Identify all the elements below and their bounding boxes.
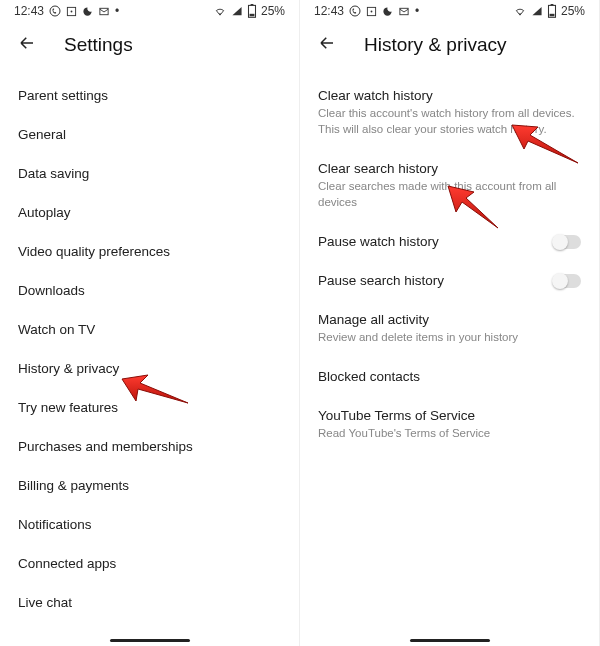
battery-icon xyxy=(247,4,257,18)
history-privacy-list: Clear watch history Clear this account's… xyxy=(300,76,599,646)
list-item-label: History & privacy xyxy=(18,361,119,376)
list-item-label: Live chat xyxy=(18,595,72,610)
list-item-history-privacy[interactable]: History & privacy xyxy=(18,349,281,388)
settings-list: Parent settings General Data saving Auto… xyxy=(0,76,299,646)
svg-point-12 xyxy=(519,13,520,14)
list-item-label: YouTube Terms of Service xyxy=(318,408,581,423)
list-item-label: Clear watch history xyxy=(318,88,581,103)
screenshot-icon xyxy=(66,6,77,17)
list-item-label: Clear search history xyxy=(318,161,581,176)
clock: 12:43 xyxy=(14,4,44,18)
svg-rect-15 xyxy=(550,14,555,16)
battery-icon xyxy=(547,4,557,18)
list-item-pause-search-history[interactable]: Pause search history xyxy=(318,261,581,300)
list-item[interactable]: Autoplay xyxy=(18,193,281,232)
list-item[interactable]: Watch on TV xyxy=(18,310,281,349)
list-item-subtitle: Review and delete items in your history xyxy=(318,329,581,345)
list-item-label: Watch on TV xyxy=(18,322,95,337)
settings-screen: 12:43 • 25% Settings Parent settings Gen… xyxy=(0,0,300,646)
moon-icon xyxy=(382,6,393,17)
list-item-subtitle: Clear searches made with this account fr… xyxy=(318,178,581,210)
list-item-pause-watch-history[interactable]: Pause watch history xyxy=(318,222,581,261)
list-item-manage-all-activity[interactable]: Manage all activity Review and delete it… xyxy=(318,300,581,357)
more-icon: • xyxy=(115,4,119,18)
svg-point-10 xyxy=(371,10,373,12)
list-item[interactable]: Billing & payments xyxy=(18,466,281,505)
clock: 12:43 xyxy=(314,4,344,18)
list-item-label: Parent settings xyxy=(18,88,108,103)
more-icon: • xyxy=(415,4,419,18)
list-item[interactable]: Live chat xyxy=(18,583,281,622)
android-nav-handle[interactable] xyxy=(410,639,490,642)
list-item-label: Video quality preferences xyxy=(18,244,170,259)
list-item[interactable]: Purchases and memberships xyxy=(18,427,281,466)
whatsapp-icon xyxy=(49,5,61,17)
list-item-label: General xyxy=(18,127,66,142)
list-item-label: Manage all activity xyxy=(318,312,581,327)
status-bar: 12:43 • 25% xyxy=(0,0,299,20)
list-item-label: Notifications xyxy=(18,517,92,532)
list-item[interactable]: Downloads xyxy=(18,271,281,310)
list-item-label: Try new features xyxy=(18,400,118,415)
screen-title: History & privacy xyxy=(364,34,507,56)
list-item-label: Purchases and memberships xyxy=(18,439,193,454)
arrow-left-icon xyxy=(18,34,36,52)
list-item[interactable]: Notifications xyxy=(18,505,281,544)
svg-rect-7 xyxy=(250,14,255,16)
whatsapp-icon xyxy=(349,5,361,17)
list-item[interactable]: Video quality preferences xyxy=(18,232,281,271)
toggle-switch[interactable] xyxy=(553,274,581,288)
list-item-subtitle: Clear this account's watch history from … xyxy=(318,105,581,137)
signal-icon xyxy=(231,6,243,17)
svg-rect-6 xyxy=(251,4,254,5)
list-item[interactable]: Parent settings xyxy=(18,76,281,115)
wifi-icon xyxy=(513,6,527,17)
list-item-label: Billing & payments xyxy=(18,478,129,493)
list-item[interactable]: Data saving xyxy=(18,154,281,193)
back-button[interactable] xyxy=(14,30,40,60)
toggle-switch[interactable] xyxy=(553,235,581,249)
list-item-terms-of-service[interactable]: YouTube Terms of Service Read YouTube's … xyxy=(318,396,581,453)
list-item-label: Connected apps xyxy=(18,556,116,571)
mail-icon xyxy=(98,6,110,17)
svg-rect-14 xyxy=(551,4,554,5)
mail-icon xyxy=(398,6,410,17)
moon-icon xyxy=(82,6,93,17)
svg-point-2 xyxy=(71,10,73,12)
svg-point-8 xyxy=(350,6,360,16)
list-item-label: Blocked contacts xyxy=(318,369,581,384)
status-bar: 12:43 • 25% xyxy=(300,0,599,20)
battery-pct: 25% xyxy=(561,4,585,18)
list-item-clear-search-history[interactable]: Clear search history Clear searches made… xyxy=(318,149,581,222)
signal-icon xyxy=(531,6,543,17)
list-item-blocked-contacts[interactable]: Blocked contacts xyxy=(318,357,581,396)
list-item-label: Autoplay xyxy=(18,205,71,220)
screen-title: Settings xyxy=(64,34,133,56)
back-button[interactable] xyxy=(314,30,340,60)
list-item[interactable]: General xyxy=(18,115,281,154)
history-privacy-screen: 12:43 • 25% History & privacy Clear watc… xyxy=(300,0,600,646)
battery-pct: 25% xyxy=(261,4,285,18)
list-item-label: Pause search history xyxy=(318,273,444,288)
list-item-subtitle: Read YouTube's Terms of Service xyxy=(318,425,581,441)
list-item-label: Pause watch history xyxy=(318,234,439,249)
list-item-clear-watch-history[interactable]: Clear watch history Clear this account's… xyxy=(318,76,581,149)
arrow-left-icon xyxy=(318,34,336,52)
list-item[interactable]: Connected apps xyxy=(18,544,281,583)
android-nav-handle[interactable] xyxy=(110,639,190,642)
screenshot-icon xyxy=(366,6,377,17)
svg-point-0 xyxy=(50,6,60,16)
wifi-icon xyxy=(213,6,227,17)
list-item-label: Data saving xyxy=(18,166,89,181)
svg-point-4 xyxy=(219,13,220,14)
list-item[interactable]: Try new features xyxy=(18,388,281,427)
list-item-label: Downloads xyxy=(18,283,85,298)
